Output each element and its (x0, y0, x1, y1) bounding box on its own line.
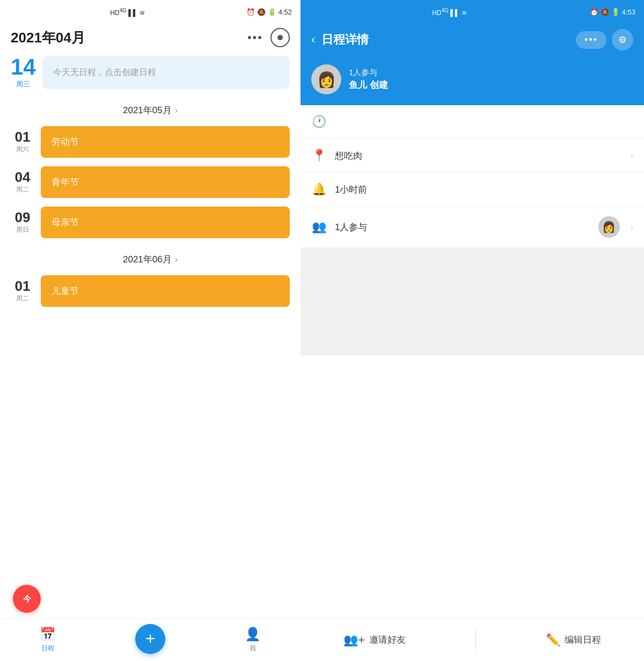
event-tag-labor[interactable]: 劳动节 (41, 126, 290, 158)
nav-schedule[interactable]: 📅 日程 (40, 627, 56, 653)
clock-icon: 🕐 (311, 115, 326, 129)
june-label: 2021年06月 (123, 253, 172, 266)
left-header: 2021年04月 ••• (0, 24, 301, 52)
invite-label: 邀请好友 (369, 634, 406, 646)
participant-avatar: 👩 (598, 216, 620, 238)
bell-detail-icon: 🔔 (311, 182, 326, 196)
add-icon: + (145, 629, 156, 649)
month-title: 2021年04月 (11, 28, 85, 47)
detail-content: 🕐 📍 想吃肉 › 🔔 1小时前 👥 1人参与 👩 › (301, 105, 644, 618)
gray-content-area (301, 248, 644, 355)
bell-icon-right: 🔕 (601, 8, 609, 16)
battery-icon-left: 🔋 (268, 8, 276, 16)
target-right-button[interactable] (612, 29, 633, 50)
battery-icon-right: 🔋 (611, 8, 620, 16)
today-section: 14 周三 今天无日程，点击创建日程 (0, 52, 301, 93)
today-date-day: 周三 (16, 79, 30, 89)
event-date-0509: 09 周日 (11, 210, 34, 234)
alarm-icon-right: ⏰ (590, 8, 598, 16)
event-row-youth: 04 周二 青年节 (0, 162, 301, 202)
nav-me[interactable]: 👤 我 (245, 627, 261, 653)
event-row-labor: 01 周六 劳动节 (0, 122, 301, 162)
event-tag-childrens[interactable]: 儿童节 (41, 275, 290, 307)
date-day-0601: 周二 (16, 294, 29, 303)
edit-icon: ✏️ (546, 633, 560, 647)
detail-row-clock: 🕐 (301, 105, 644, 139)
no-event-box[interactable]: 今天无日程，点击创建日程 (42, 56, 290, 89)
participants-chevron-icon: › (631, 222, 633, 232)
user-info: 1人参与 鱼儿 创建 (349, 68, 388, 91)
event-tag-youth[interactable]: 青年节 (41, 166, 290, 198)
may-header[interactable]: 2021年05月 › (0, 99, 301, 122)
event-row-mothers: 09 周日 母亲节 (0, 202, 301, 243)
user-participants-text: 1人参与 (349, 68, 388, 78)
signal-icon-left: HD4G ▌▌ ≋ (110, 8, 144, 17)
invite-friends-button[interactable]: 👥+ 邀请好友 (327, 628, 422, 652)
avatar-emoji: 👩 (317, 71, 336, 89)
today-date-col: 14 周三 (11, 56, 36, 89)
bottom-nav-left: 📅 日程 + 👤 我 (0, 618, 301, 661)
header-actions: ••• (247, 28, 290, 47)
time-left: ⏰ 🔕 🔋 4:52 (246, 8, 292, 16)
date-num-0601: 01 (15, 279, 31, 293)
reminder-text: 1小时前 (335, 183, 633, 196)
status-icons-left: HD4G ▌▌ ≋ (9, 8, 246, 17)
clock-right: 4:53 (622, 8, 635, 16)
today-date-num: 14 (11, 56, 36, 78)
status-bar-right: HD4G ▌▌ ≋ ⏰ 🔕 🔋 4:53 (301, 0, 644, 24)
clock-left: 4:52 (279, 8, 292, 16)
alarm-icon-left: ⏰ (246, 8, 255, 16)
june-header[interactable]: 2021年06月 › (0, 248, 301, 271)
target-button[interactable] (270, 28, 290, 47)
june-section: 2021年06月 › 01 周二 儿童节 (0, 248, 301, 311)
user-avatar: 👩 (311, 64, 341, 94)
back-button[interactable]: ‹ (311, 33, 315, 47)
event-tag-mothers[interactable]: 母亲节 (41, 207, 290, 238)
more-options-right-button[interactable]: ••• (576, 31, 606, 49)
date-day-0509: 周日 (16, 225, 29, 234)
date-num-0509: 09 (15, 210, 31, 224)
participants-icon: 👥 (311, 220, 326, 234)
schedule-label: 日程 (41, 644, 54, 653)
signal-icon-right: HD4G ▌▌ ≋ (432, 8, 466, 17)
date-day-0501: 周六 (16, 145, 29, 154)
event-row-childrens: 01 周二 儿童节 (0, 271, 301, 311)
event-name-childrens: 儿童节 (52, 286, 79, 296)
event-date-0504: 04 周二 (11, 170, 34, 194)
more-options-button[interactable]: ••• (247, 31, 263, 45)
right-panel: HD4G ▌▌ ≋ ⏰ 🔕 🔋 4:53 ‹ 日程详情 ••• 👩 1人参 (301, 0, 644, 661)
edit-schedule-button[interactable]: ✏️ 编辑日程 (530, 628, 617, 652)
participants-text: 1人参与 (335, 221, 590, 233)
bottom-nav-right: 👥+ 邀请好友 ✏️ 编辑日程 (301, 618, 644, 661)
fab-today-label: 今 (23, 594, 31, 604)
event-name-youth: 青年节 (52, 177, 79, 187)
detail-row-reminder: 🔔 1小时前 (301, 173, 644, 207)
location-chevron-icon: › (631, 151, 633, 160)
target-inner-dot (277, 35, 283, 40)
fab-today-button[interactable]: 今 (13, 585, 41, 613)
may-section: 2021年05月 › 01 周六 劳动节 04 周二 青年节 09 (0, 99, 301, 243)
me-icon: 👤 (245, 627, 261, 642)
event-name-labor: 劳动节 (52, 137, 79, 147)
edit-label: 编辑日程 (565, 634, 601, 646)
june-chevron-icon: › (175, 255, 178, 265)
event-name-mothers: 母亲节 (52, 217, 79, 227)
may-chevron-icon: › (175, 106, 178, 115)
left-panel: HD4G ▌▌ ≋ ⏰ 🔕 🔋 4:52 2021年04月 ••• 14 周三 … (0, 0, 301, 661)
schedule-icon: 📅 (40, 627, 56, 642)
invite-icon: 👥+ (343, 633, 365, 647)
event-date-0601: 01 周二 (11, 279, 34, 303)
location-text: 想吃肉 (335, 150, 622, 162)
detail-row-location[interactable]: 📍 想吃肉 › (301, 139, 644, 173)
bottom-divider (475, 630, 476, 650)
me-label: 我 (250, 644, 256, 653)
date-day-0504: 周二 (16, 185, 29, 194)
right-topbar-actions: ••• (576, 29, 633, 50)
right-title: 日程详情 (321, 32, 569, 48)
user-creator-text: 鱼儿 创建 (349, 79, 388, 91)
target-right-dot (621, 39, 624, 41)
no-event-text: 今天无日程，点击创建日程 (53, 67, 156, 78)
detail-row-participants[interactable]: 👥 1人参与 👩 › (301, 207, 644, 248)
fab-add-button[interactable]: + (135, 624, 165, 654)
location-icon: 📍 (311, 149, 326, 163)
